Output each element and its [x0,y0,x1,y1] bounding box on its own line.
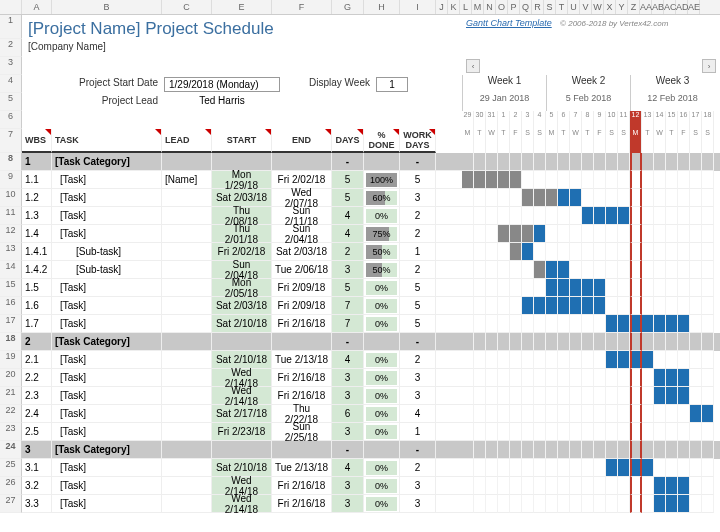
wbs-cell[interactable]: 2.5 [22,423,52,441]
row-header[interactable]: 8 [0,153,22,171]
row-header[interactable]: 11 [0,207,22,225]
col-header[interactable]: R [532,0,544,14]
pct-cell[interactable]: 0% [364,207,400,225]
lead-cell[interactable] [162,261,212,279]
start-cell[interactable]: Sat 2/10/18 [212,315,272,333]
wbs-cell[interactable]: 2.2 [22,369,52,387]
task-cell[interactable]: [Task] [52,423,162,441]
col-header[interactable]: S [544,0,556,14]
task-cell[interactable]: [Task] [52,189,162,207]
pct-cell[interactable]: 0% [364,279,400,297]
days-cell[interactable]: 7 [332,297,364,315]
lead-cell[interactable] [162,369,212,387]
lead-cell[interactable] [162,279,212,297]
lead-cell[interactable] [162,297,212,315]
row-header[interactable]: 21 [0,387,22,405]
task-cell[interactable]: [Sub-task] [52,261,162,279]
row-header[interactable]: 16 [0,297,22,315]
days-cell[interactable]: - [332,441,364,459]
work-cell[interactable]: 5 [400,297,436,315]
project-lead-value[interactable]: Ted Harris [162,93,282,111]
pct-cell[interactable]: 0% [364,459,400,477]
end-cell[interactable]: Fri 2/09/18 [272,297,332,315]
col-header[interactable]: C [162,0,212,14]
col-header[interactable]: K [448,0,460,14]
work-cell[interactable]: - [400,333,436,351]
wbs-cell[interactable]: 1.3 [22,207,52,225]
pct-cell[interactable]: 100% [364,171,400,189]
lead-cell[interactable] [162,207,212,225]
row-header[interactable]: 20 [0,369,22,387]
wbs-cell[interactable]: 1.7 [22,315,52,333]
col-header[interactable]: Q [520,0,532,14]
days-cell[interactable]: 5 [332,171,364,189]
column-header-workdays[interactable]: WORKDAYS [400,129,436,153]
task-cell[interactable]: [Task] [52,369,162,387]
pct-cell[interactable]: 0% [364,369,400,387]
start-cell[interactable]: Sat 2/17/18 [212,405,272,423]
col-header[interactable]: G [332,0,364,14]
col-header[interactable]: AA [640,0,652,14]
col-header[interactable]: Y [616,0,628,14]
end-cell[interactable]: Sun 2/25/18 [272,423,332,441]
end-cell[interactable]: Fri 2/16/18 [272,477,332,495]
work-cell[interactable]: 4 [400,405,436,423]
row-header[interactable]: 23 [0,423,22,441]
wbs-cell[interactable]: 3.3 [22,495,52,513]
row-header[interactable]: 7 [0,129,22,153]
work-cell[interactable]: 5 [400,171,436,189]
column-header-task[interactable]: TASK [52,129,162,153]
pct-cell[interactable]: 60% [364,189,400,207]
row-header[interactable]: 26 [0,477,22,495]
wbs-cell[interactable]: 1 [22,153,52,171]
row-header[interactable]: 2 [0,39,22,57]
col-header[interactable]: E [212,0,272,14]
end-cell[interactable]: Tue 2/13/18 [272,351,332,369]
work-cell[interactable]: - [400,441,436,459]
work-cell[interactable]: - [400,153,436,171]
days-cell[interactable]: - [332,333,364,351]
column-header-done[interactable]: %DONE [364,129,400,153]
days-cell[interactable]: 4 [332,459,364,477]
task-cell[interactable]: [Task Category] [52,333,162,351]
pct-cell[interactable]: 50% [364,261,400,279]
wbs-cell[interactable]: 1.1 [22,171,52,189]
row-header[interactable]: 6 [0,111,22,129]
column-header-wbs[interactable]: WBS [22,129,52,153]
days-cell[interactable]: 4 [332,225,364,243]
days-cell[interactable]: 2 [332,243,364,261]
row-header[interactable]: 25 [0,459,22,477]
col-header[interactable]: P [508,0,520,14]
lead-cell[interactable] [162,495,212,513]
work-cell[interactable]: 3 [400,477,436,495]
task-cell[interactable]: [Sub-task] [52,243,162,261]
start-cell[interactable]: Sat 2/03/18 [212,297,272,315]
row-header[interactable]: 14 [0,261,22,279]
work-cell[interactable]: 2 [400,459,436,477]
wbs-cell[interactable]: 2 [22,333,52,351]
col-header[interactable]: I [400,0,436,14]
lead-cell[interactable] [162,189,212,207]
work-cell[interactable]: 3 [400,387,436,405]
lead-cell[interactable] [162,243,212,261]
row-header[interactable]: 18 [0,333,22,351]
task-cell[interactable]: [Task] [52,477,162,495]
end-cell[interactable]: Fri 2/16/18 [272,369,332,387]
pct-cell[interactable]: 0% [364,495,400,513]
task-cell[interactable]: [Task] [52,351,162,369]
lead-cell[interactable] [162,477,212,495]
wbs-cell[interactable]: 3 [22,441,52,459]
start-cell[interactable]: Wed 2/14/18 [212,387,272,405]
days-cell[interactable]: 4 [332,351,364,369]
task-cell[interactable]: [Task] [52,279,162,297]
work-cell[interactable]: 3 [400,495,436,513]
pct-cell[interactable]: 0% [364,315,400,333]
task-cell[interactable]: [Task] [52,405,162,423]
wbs-cell[interactable]: 1.4 [22,225,52,243]
end-cell[interactable]: Tue 2/13/18 [272,459,332,477]
days-cell[interactable]: 3 [332,495,364,513]
task-cell[interactable]: [Task] [52,225,162,243]
col-header[interactable]: H [364,0,400,14]
lead-cell[interactable] [162,459,212,477]
work-cell[interactable]: 3 [400,189,436,207]
